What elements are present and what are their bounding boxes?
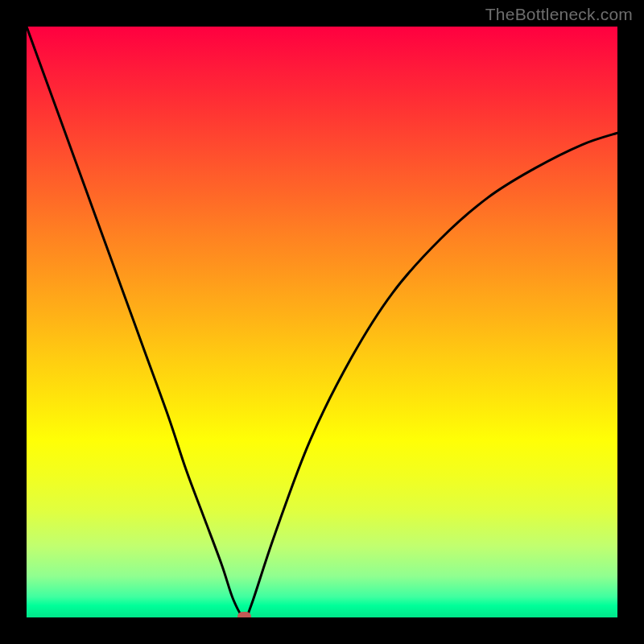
plot-area — [27, 27, 617, 617]
watermark-text: TheBottleneck.com — [485, 5, 633, 24]
bottleneck-curve — [27, 27, 617, 617]
curve-svg — [27, 27, 617, 617]
optimal-point-marker — [237, 612, 251, 617]
chart-frame: TheBottleneck.com — [0, 0, 644, 644]
